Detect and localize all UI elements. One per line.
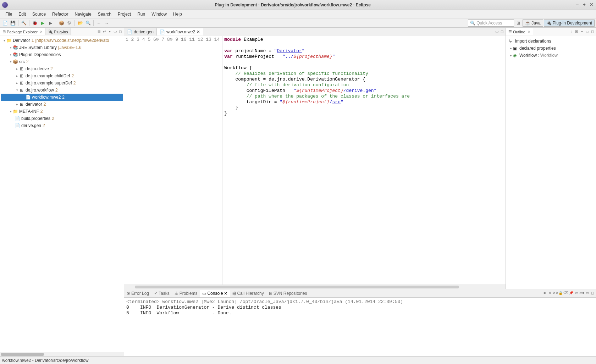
expander-icon[interactable]: ▾ <box>2 39 6 42</box>
display-icon[interactable]: ▭ <box>574 291 579 296</box>
save-button[interactable]: 💾 <box>9 20 16 27</box>
tab-outline[interactable]: ☰ Outline ✕ <box>506 28 533 35</box>
debug-button[interactable]: 🐞 <box>31 20 38 27</box>
menu-refactor[interactable]: Refactor <box>49 11 71 18</box>
expander-icon[interactable]: ▾ <box>15 88 19 92</box>
tree-package[interactable]: ▸ ⊞ de.jro.example.childDef 2 <box>1 72 123 79</box>
expander-icon[interactable]: ▸ <box>9 53 13 56</box>
view-menu-icon[interactable]: ▾ <box>579 29 584 34</box>
search-button[interactable]: 🔍 <box>84 20 92 27</box>
tree-derive-gen[interactable]: 📄 derive.gen 2 <box>1 122 123 129</box>
outline-properties[interactable]: ▸ ▣ declared properties <box>507 45 595 52</box>
pin-icon[interactable]: 📌 <box>569 291 574 296</box>
expander-icon[interactable]: ▸ <box>509 46 513 50</box>
code-area[interactable]: module Example var projectName = "Deriva… <box>223 36 506 285</box>
tree-src-folder[interactable]: ▾ 📦 src 2 <box>1 58 123 65</box>
remove-icon[interactable]: ✕ <box>547 291 552 296</box>
open-console-icon[interactable]: ▭▾ <box>579 291 584 296</box>
tab-tasks[interactable]: ✓Tasks <box>151 290 172 297</box>
expander-icon[interactable]: ▸ <box>15 67 19 71</box>
scroll-lock-icon[interactable]: 🔒 <box>558 291 563 296</box>
editor-tab-derivegen[interactable]: 📄 derive.gen <box>124 28 157 35</box>
expander-icon[interactable]: ▸ <box>15 74 19 78</box>
tree-file-workflow[interactable]: 📄 workflow.mwe2 2 <box>1 94 123 101</box>
tab-console[interactable]: ▭Console✕ <box>200 290 230 297</box>
tab-package-explorer[interactable]: ⊟ Package Explorer ✕ <box>0 28 45 35</box>
menu-file[interactable]: File <box>2 11 15 18</box>
filter-icon[interactable]: ⊞ <box>574 29 579 34</box>
menu-navigate[interactable]: Navigate <box>71 11 94 18</box>
hammer-icon[interactable]: 🔨 <box>20 20 27 27</box>
code-editor[interactable]: 1 2 3 4 5 6⊖ 7 8⊖ 9 10 11 12 13 14 modul… <box>124 36 506 285</box>
tab-error-log[interactable]: ⊗Error Log <box>124 290 151 297</box>
open-perspective-button[interactable]: ⊞ <box>515 20 522 27</box>
close-icon[interactable]: ✕ <box>197 29 200 34</box>
tree-project[interactable]: ▾ 📁 Derivator 1 [https://svn.code.sf.net… <box>1 37 123 44</box>
project-tree[interactable]: ▾ 📁 Derivator 1 [https://svn.code.sf.net… <box>0 36 124 352</box>
expander-icon[interactable]: ▸ <box>15 103 19 106</box>
menu-search[interactable]: Search <box>95 11 115 18</box>
minimize-view-icon[interactable]: ▭ <box>112 29 117 34</box>
run-button[interactable]: ▶ <box>39 20 46 27</box>
console-output[interactable]: <terminated> workflow.mwe2 [Mwe2 Launch]… <box>124 298 596 356</box>
perspective-java[interactable]: ☕ Java <box>523 20 543 27</box>
tree-package[interactable]: ▾ ⊞ de.jro.workflow 2 <box>1 87 123 94</box>
horizontal-scrollbar[interactable] <box>0 352 124 356</box>
new-button[interactable]: 📄 <box>1 20 9 27</box>
link-editor-icon[interactable]: ⇄ <box>102 29 107 34</box>
forward-button[interactable]: → <box>103 20 110 27</box>
new-plugin-button[interactable]: 📦 <box>58 20 65 27</box>
remove-all-icon[interactable]: ✕✕ <box>553 291 558 296</box>
open-type-button[interactable]: 📂 <box>77 20 84 27</box>
maximize-view-icon[interactable]: ◻ <box>590 29 595 34</box>
menu-help[interactable]: Help <box>170 11 185 18</box>
expander-icon[interactable]: ▸ <box>9 46 13 49</box>
expander-icon[interactable]: ▸ <box>15 81 19 85</box>
editor-tab-workflow[interactable]: 📄 workflow.mwe2 ✕ <box>157 28 203 35</box>
tab-plugins[interactable]: 🔌 Plug-ins <box>45 28 71 35</box>
minimize-view-icon[interactable]: ▭ <box>585 291 590 296</box>
view-menu-icon[interactable]: ▾ <box>107 29 112 34</box>
minimize-button[interactable]: – <box>575 2 580 7</box>
tab-svn[interactable]: ⊟SVN Repositories <box>266 290 310 297</box>
run-ext-button[interactable]: ▶ <box>47 20 54 27</box>
menu-project[interactable]: Project <box>115 11 134 18</box>
expander-icon[interactable]: ▸ <box>509 54 513 57</box>
tree-build-properties[interactable]: 📄 build.properties 2 <box>1 115 123 122</box>
close-icon[interactable]: ✕ <box>224 291 227 296</box>
clear-icon[interactable]: ⌫ <box>563 291 568 296</box>
outline-imports[interactable]: ↳ import declarations <box>507 38 595 45</box>
tree-package[interactable]: ▸ ⊞ de.jro.derive 2 <box>1 65 123 72</box>
outline-workflow[interactable]: ▸ ◉ Workflow : Workflow <box>507 52 595 59</box>
sort-icon[interactable]: ↕ <box>569 29 574 34</box>
tree-metainf[interactable]: ▸ 📁 META-INF 2 <box>1 108 123 115</box>
collapse-all-icon[interactable]: ⊟ <box>96 29 101 34</box>
new-class-button[interactable]: © <box>66 20 73 27</box>
minimize-editor-icon[interactable]: ▭ <box>494 29 499 34</box>
maximize-view-icon[interactable]: ◻ <box>590 291 595 296</box>
close-icon[interactable]: ✕ <box>40 30 43 34</box>
tab-call-hierarchy[interactable]: ⇶Call Hierarchy <box>230 290 266 297</box>
quick-access-input[interactable]: 🔍 Quick Access <box>468 20 514 27</box>
tree-plugin-deps[interactable]: ▸ 📚 Plug-in Dependencies <box>1 51 123 58</box>
perspective-plugin-dev[interactable]: 🔌 Plug-in Development <box>544 20 595 27</box>
tab-problems[interactable]: ⚠Problems <box>172 290 200 297</box>
menu-run[interactable]: Run <box>134 11 148 18</box>
minimize-view-icon[interactable]: ▭ <box>585 29 590 34</box>
editor-horizontal-scrollbar[interactable] <box>124 285 506 289</box>
menu-source[interactable]: Source <box>29 11 49 18</box>
tree-package[interactable]: ▸ ⊞ derivator 2 <box>1 101 123 108</box>
tree-package[interactable]: ▸ ⊞ de.jro.example.superDef 2 <box>1 79 123 87</box>
expander-icon[interactable]: ▾ <box>9 60 13 64</box>
menu-window[interactable]: Window <box>148 11 170 18</box>
terminate-icon[interactable]: ■ <box>542 291 547 296</box>
tree-jre[interactable]: ▸ 📚 JRE System Library [JavaSE-1.6] <box>1 44 123 51</box>
menu-edit[interactable]: Edit <box>15 11 29 18</box>
maximize-button[interactable]: + <box>582 2 587 7</box>
close-icon[interactable]: ✕ <box>528 30 530 34</box>
back-button[interactable]: ← <box>95 20 103 27</box>
expander-icon[interactable]: ▸ <box>9 110 13 113</box>
maximize-editor-icon[interactable]: ◻ <box>500 29 504 34</box>
maximize-view-icon[interactable]: ◻ <box>118 29 123 34</box>
close-button[interactable]: ✕ <box>589 2 594 7</box>
